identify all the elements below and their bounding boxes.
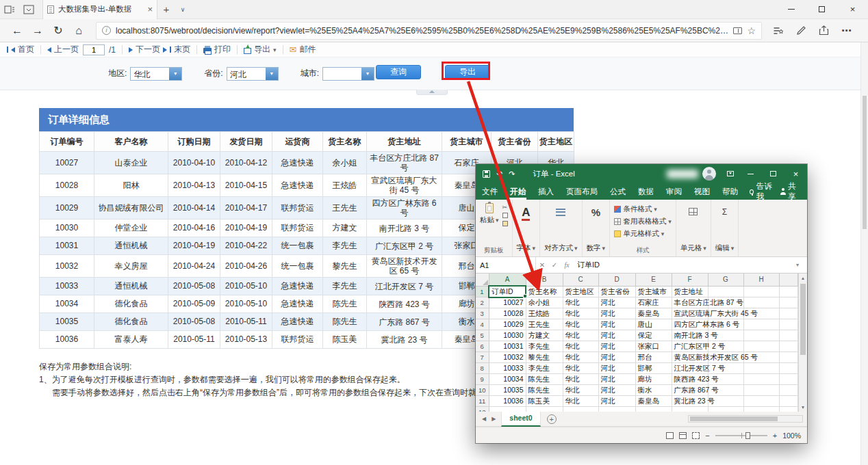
tab-preview-toggle-icon[interactable]	[19, 0, 38, 19]
excel-ribbon-tab[interactable]: 页面布局	[560, 183, 604, 200]
excel-cell[interactable]: 四方区广林东路 6 号	[672, 319, 708, 330]
excel-ribbon-tab[interactable]: 公式	[604, 183, 632, 200]
scrollbar-thumb[interactable]	[863, 96, 867, 229]
excel-row-header[interactable]: 6	[476, 341, 489, 352]
excel-cell[interactable]: 货主名称	[526, 286, 563, 297]
excel-cell[interactable]: 10033	[489, 363, 526, 374]
share-icon[interactable]	[819, 25, 829, 36]
excel-cell[interactable]: 河北	[598, 330, 635, 341]
select-all-corner[interactable]	[476, 274, 489, 286]
tab-close-icon[interactable]: ×	[147, 5, 153, 14]
excel-row-header[interactable]: 10	[476, 385, 489, 396]
excel-cell[interactable]: 10035	[489, 385, 526, 396]
scroll-up-icon[interactable]: ▲	[799, 274, 807, 282]
excel-cell[interactable]	[708, 407, 743, 412]
zoom-slider-thumb[interactable]	[745, 432, 750, 439]
excel-cell[interactable]	[779, 308, 798, 319]
undo-icon[interactable]: ↶	[496, 170, 502, 178]
excel-cell[interactable]: 河北	[598, 297, 635, 308]
prev-page-button[interactable]: 上一页	[46, 44, 80, 55]
format-as-table-button[interactable]: 套用表格格式▾	[614, 215, 672, 228]
excel-cell[interactable]: 10030	[489, 330, 526, 341]
url-text[interactable]: localhost:8075/webroot/decision/view/rep…	[116, 26, 728, 36]
excel-cell[interactable]	[743, 396, 779, 407]
excel-cell[interactable]: 河北	[598, 308, 635, 319]
formula-bar-expand-icon[interactable]: ▾	[796, 262, 807, 268]
excel-column-header[interactable]: F	[672, 274, 708, 286]
excel-cell[interactable]: 华北	[563, 363, 598, 374]
excel-cell[interactable]: 唐山	[635, 319, 672, 330]
excel-column-header[interactable]: E	[635, 274, 672, 286]
excel-ribbon-tab[interactable]: 数据	[632, 183, 660, 200]
insert-function-icon[interactable]: fx	[561, 261, 573, 269]
excel-ribbon-tab[interactable]: 插入	[532, 183, 560, 200]
number-group[interactable]: % 数字▾	[583, 200, 611, 256]
excel-cell[interactable]: 10032	[489, 352, 526, 363]
excel-cell[interactable]: 华北	[563, 352, 598, 363]
cancel-icon[interactable]: ✕	[536, 261, 548, 269]
home-button[interactable]: ⌂	[68, 21, 89, 41]
excel-ribbon-tab[interactable]: 视图	[688, 183, 716, 200]
mail-button[interactable]: ✉ 邮件	[288, 44, 318, 55]
first-page-button[interactable]: 首页	[5, 44, 36, 55]
excel-row-header[interactable]: 5	[476, 330, 489, 341]
excel-cell[interactable]	[743, 297, 779, 308]
page-layout-view-icon[interactable]	[679, 432, 687, 439]
save-icon[interactable]	[483, 170, 490, 178]
excel-cell[interactable]: 河北	[598, 396, 635, 407]
excel-cell[interactable]: 陕西路 423 号	[672, 374, 708, 385]
zoom-in-button[interactable]: +	[773, 431, 777, 440]
share-tab[interactable]: 共享	[780, 183, 807, 200]
excel-cell[interactable]	[743, 341, 779, 352]
excel-cell[interactable]	[779, 374, 798, 385]
excel-cell[interactable]	[743, 286, 779, 297]
site-info-icon[interactable]: i	[102, 26, 111, 35]
font-group[interactable]: A 字体▾	[513, 200, 541, 256]
excel-cell[interactable]	[743, 407, 779, 412]
zoom-slider[interactable]	[715, 435, 767, 436]
excel-cell[interactable]: 10027	[489, 297, 526, 308]
excel-cell[interactable]: 河北	[598, 341, 635, 352]
ribbon-display-options-icon[interactable]	[722, 171, 739, 176]
excel-cell[interactable]: 余小姐	[526, 297, 563, 308]
excel-row-header[interactable]: 8	[476, 363, 489, 374]
page-break-view-icon[interactable]	[692, 432, 700, 439]
excel-cell[interactable]: 华北	[563, 308, 598, 319]
excel-cell[interactable]: 10029	[489, 319, 526, 330]
cells-group[interactable]: 单元格▾	[676, 200, 711, 256]
excel-cell[interactable]: 10034	[489, 374, 526, 385]
excel-cell[interactable]	[743, 319, 779, 330]
excel-column-header[interactable]: D	[598, 274, 635, 286]
excel-cell[interactable]	[743, 330, 779, 341]
excel-cell[interactable]: 10028	[489, 308, 526, 319]
sheet-nav-left-icon[interactable]: ◀	[479, 416, 489, 422]
normal-view-icon[interactable]	[666, 432, 674, 439]
excel-cell[interactable]	[779, 352, 798, 363]
excel-column-header[interactable]: A	[489, 274, 526, 286]
excel-cell[interactable]	[526, 407, 563, 412]
excel-cell[interactable]: 江北开发区 7 号	[672, 363, 708, 374]
excel-cell[interactable]	[779, 396, 798, 407]
excel-column-header[interactable]: G	[708, 274, 743, 286]
province-select[interactable]: 河北 ▾	[227, 67, 279, 81]
collapse-params-handle[interactable]	[416, 90, 448, 95]
excel-cell[interactable]: 华北	[563, 297, 598, 308]
excel-cell[interactable]: 华北	[563, 330, 598, 341]
excel-cell[interactable]: 黄岛区新技术开发区 65 号	[672, 352, 708, 363]
more-options-icon[interactable]: ⋯	[841, 25, 852, 37]
page-number-input[interactable]	[83, 44, 105, 55]
excel-cell[interactable]: 货主省份	[598, 286, 635, 297]
editing-group[interactable]: Σ 编辑▾	[711, 200, 739, 256]
excel-cell[interactable]: 货主地区	[563, 286, 598, 297]
excel-cell[interactable]	[672, 407, 708, 412]
copy-icon[interactable]	[502, 213, 508, 218]
enter-icon[interactable]: ✓	[548, 261, 561, 269]
excel-cell[interactable]	[779, 286, 798, 297]
back-button[interactable]: ←	[7, 21, 27, 41]
excel-vertical-scrollbar[interactable]: ▲ ▼	[798, 274, 807, 412]
formula-input[interactable]: 订单ID	[573, 260, 796, 270]
excel-cell[interactable]: 华北	[563, 319, 598, 330]
print-button[interactable]: 打印	[202, 44, 232, 55]
excel-cell[interactable]: 宣武区琉璃厂东大街 45 号	[672, 308, 708, 319]
excel-row-header[interactable]: 1	[476, 286, 489, 297]
